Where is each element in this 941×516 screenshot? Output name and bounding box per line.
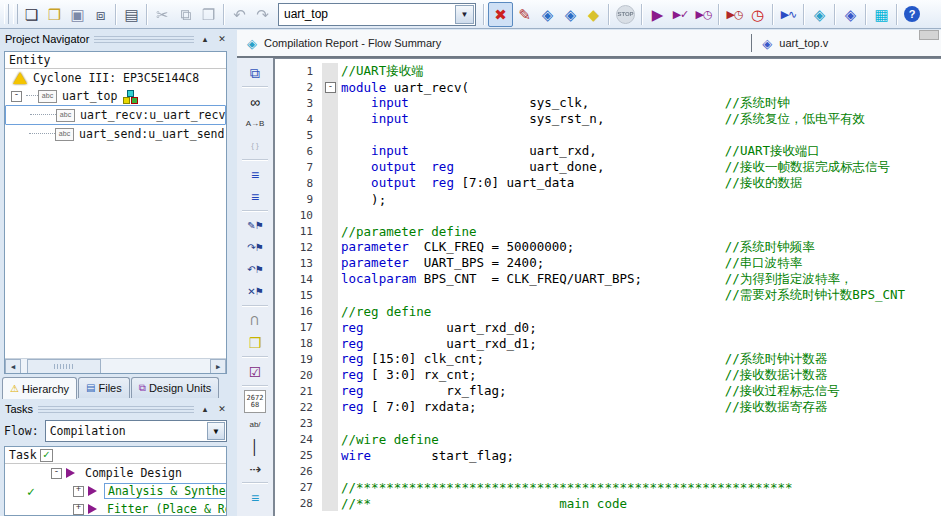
- entity-combobox[interactable]: uart_top ▼: [278, 3, 476, 26]
- tree-item-Cyclone III[interactable]: Cyclone III: EP3C5E144C8: [5, 69, 226, 87]
- toolbar-grip[interactable]: [13, 4, 18, 24]
- run-task-icon[interactable]: [88, 504, 97, 514]
- code-line-20[interactable]: 20reg [ 3:0] rx_cnt; //接收数据计数器: [275, 367, 941, 383]
- code-line-23[interactable]: 23: [275, 415, 941, 431]
- rtl-viewer-button[interactable]: ◈: [839, 3, 862, 26]
- tab-compilation-report[interactable]: ◈ Compilation Report - Flow Summary: [237, 30, 451, 56]
- tab-uart-top-v[interactable]: ◈ uart_top.v: [752, 30, 838, 56]
- run-task-icon[interactable]: [66, 468, 75, 478]
- panel-grip[interactable]: [38, 406, 194, 413]
- align-button[interactable]: ≡: [242, 487, 268, 508]
- code-line-21[interactable]: 21reg rx_flag; //接收过程标志信号: [275, 383, 941, 399]
- code-line-11[interactable]: 11//parameter define: [275, 223, 941, 239]
- fold-collapse-icon[interactable]: -: [325, 82, 336, 93]
- code-line-22[interactable]: 22reg [ 7:0] rxdata; //接收数据寄存器: [275, 399, 941, 415]
- run-task-icon[interactable]: [88, 486, 97, 496]
- decrease-indent-button[interactable]: ≡: [242, 186, 268, 207]
- code-line-9[interactable]: 9 );: [275, 191, 941, 207]
- code-line-27[interactable]: 27//************************************…: [275, 479, 941, 495]
- new-window-button[interactable]: ⧉: [242, 62, 268, 83]
- prev-bookmark-button[interactable]: ↶⚑: [242, 259, 268, 280]
- close-panel-icon[interactable]: ✕: [216, 403, 228, 415]
- new-file-button[interactable]: ❏: [20, 3, 43, 26]
- horizontal-scrollbar[interactable]: ◀ ▶: [5, 358, 226, 373]
- increase-indent-button[interactable]: ≡: [242, 164, 268, 185]
- line-numbers-button[interactable]: 267268: [244, 390, 266, 413]
- find-button[interactable]: ∞: [242, 91, 268, 112]
- programmer-button[interactable]: ▦: [870, 3, 893, 26]
- code-line-14[interactable]: 14localparam BPS_CNT = CLK_FREQ/UART_BPS…: [275, 271, 941, 287]
- column-select-button[interactable]: │: [242, 436, 268, 457]
- code-line-2[interactable]: 2-module uart_recv(: [275, 79, 941, 95]
- flow-combobox[interactable]: Compilation ▼: [45, 420, 227, 442]
- next-bookmark-button[interactable]: ↷⚑: [242, 237, 268, 258]
- code-line-4[interactable]: 4 input sys_rst_n, //系统复位，低电平有效: [275, 111, 941, 127]
- code-line-19[interactable]: 19reg [15:0] clk_cnt; //系统时钟计数器: [275, 351, 941, 367]
- save-button[interactable]: ▣: [66, 3, 89, 26]
- tree-item-uart_top[interactable]: -abcuart_top: [5, 87, 226, 105]
- analyze-current-file-button[interactable]: ☑: [242, 361, 268, 382]
- simulator-button[interactable]: ▶∿: [777, 3, 800, 26]
- replace-button[interactable]: A→B: [242, 113, 268, 134]
- task-row-compile-design[interactable]: -Compile Design: [5, 464, 226, 482]
- collapse-node-icon[interactable]: -: [11, 91, 22, 102]
- code-line-25[interactable]: 25wire start_flag;: [275, 447, 941, 463]
- compilation-report-button[interactable]: ◈: [808, 3, 831, 26]
- task-row-fitter-place-route-[interactable]: +Fitter (Place & Route): [5, 500, 226, 516]
- close-panel-icon[interactable]: ✕: [216, 33, 228, 45]
- code-line-15[interactable]: 15 //需要对系统时钟计数BPS_CNT: [275, 287, 941, 303]
- code-line-1[interactable]: 1//UART接收端: [275, 63, 941, 79]
- expand-node-icon[interactable]: +: [73, 486, 84, 497]
- insert-template-button[interactable]: ❒: [242, 332, 268, 353]
- code-line-10[interactable]: 10: [275, 207, 941, 223]
- window-controls[interactable]: [919, 30, 939, 40]
- scroll-right-icon[interactable]: ▶: [210, 359, 226, 374]
- chevron-down-icon[interactable]: ▼: [207, 422, 225, 440]
- code-line-12[interactable]: 12parameter CLK_FREQ = 50000000; //系统时钟频…: [275, 239, 941, 255]
- code-line-16[interactable]: 16//reg define: [275, 303, 941, 319]
- tree-item-uart_send[interactable]: abcuart_send:u_uart_send: [5, 125, 226, 143]
- start-timequest-button[interactable]: ▶◷: [723, 3, 746, 26]
- help-button[interactable]: ?: [904, 6, 920, 22]
- code-line-18[interactable]: 18reg uart_rxd_d1;: [275, 335, 941, 351]
- code-line-5[interactable]: 5: [275, 127, 941, 143]
- code-line-3[interactable]: 3 input sys_clk, //系统时钟: [275, 95, 941, 111]
- attach-button[interactable]: ⊂: [245, 308, 266, 334]
- special-chars-button[interactable]: ab/: [242, 414, 268, 435]
- device-button[interactable]: ◆: [582, 3, 605, 26]
- scroll-left-icon[interactable]: ◀: [5, 359, 21, 374]
- code-line-17[interactable]: 17reg uart_rxd_d0;: [275, 319, 941, 335]
- start-analysis-synthesis-button[interactable]: ▶✓: [669, 3, 692, 26]
- panel-grip[interactable]: [94, 36, 194, 43]
- whitespace-arrow-button[interactable]: ⇢: [242, 458, 268, 479]
- collapse-node-icon[interactable]: -: [51, 468, 62, 479]
- entity-column-header[interactable]: Entity: [5, 52, 226, 69]
- collapse-panel-icon[interactable]: ▴: [199, 403, 211, 415]
- toolbar-grip[interactable]: [4, 4, 9, 24]
- tree-item-uart_recv[interactable]: abcuart_recv:u_uart_recv: [5, 105, 226, 125]
- collapse-panel-icon[interactable]: ▴: [199, 33, 211, 45]
- chevron-down-icon[interactable]: ▼: [455, 5, 474, 24]
- code-line-24[interactable]: 24//wire define: [275, 431, 941, 447]
- tab-files[interactable]: ▤Files: [78, 377, 130, 398]
- settings-button[interactable]: ◈: [536, 3, 559, 26]
- analysis-settings-button[interactable]: ◈: [559, 3, 582, 26]
- tab-design-units[interactable]: ⧉Design Units: [131, 377, 220, 398]
- task-column-header[interactable]: Task ✓: [5, 447, 226, 464]
- code-editor[interactable]: 1//UART接收端2-module uart_recv(3 input sys…: [273, 58, 941, 516]
- pin-planner-button[interactable]: ✖: [488, 2, 513, 27]
- start-timing-analysis-button[interactable]: ▶◷: [692, 3, 715, 26]
- code-line-26[interactable]: 26: [275, 463, 941, 479]
- code-line-8[interactable]: 8 output reg [7:0] uart_data //接收的数据: [275, 175, 941, 191]
- tab-hierarchy[interactable]: ⚠Hierarchy: [2, 377, 77, 399]
- code-line-13[interactable]: 13parameter UART_BPS = 2400; //串口波特率: [275, 255, 941, 271]
- start-compilation-button[interactable]: ▶: [646, 3, 669, 26]
- code-line-6[interactable]: 6 input uart_rxd, //UART接收端口: [275, 143, 941, 159]
- assignment-editor-button[interactable]: ✎: [513, 3, 536, 26]
- toggle-bookmark-button[interactable]: ✎⚑: [242, 215, 268, 236]
- scrollbar-thumb[interactable]: [27, 359, 101, 374]
- code-line-28[interactable]: 28//** main code: [275, 495, 941, 511]
- print-button[interactable]: ▤: [120, 3, 143, 26]
- classic-timing-analyzer-button[interactable]: ◷: [746, 3, 769, 26]
- clear-bookmarks-button[interactable]: ✕⚑: [242, 281, 268, 302]
